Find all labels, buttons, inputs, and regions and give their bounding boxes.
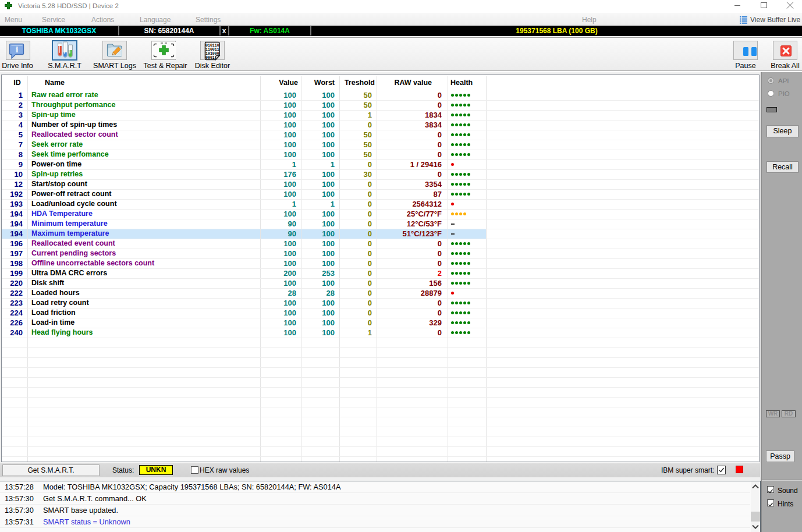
svg-text:010110: 010110 — [205, 44, 219, 48]
svg-text:0001: 0001 — [205, 56, 215, 60]
svg-text:110011: 110011 — [205, 48, 219, 52]
svg-text:101000: 101000 — [205, 52, 219, 56]
svg-text:i: i — [16, 45, 18, 54]
